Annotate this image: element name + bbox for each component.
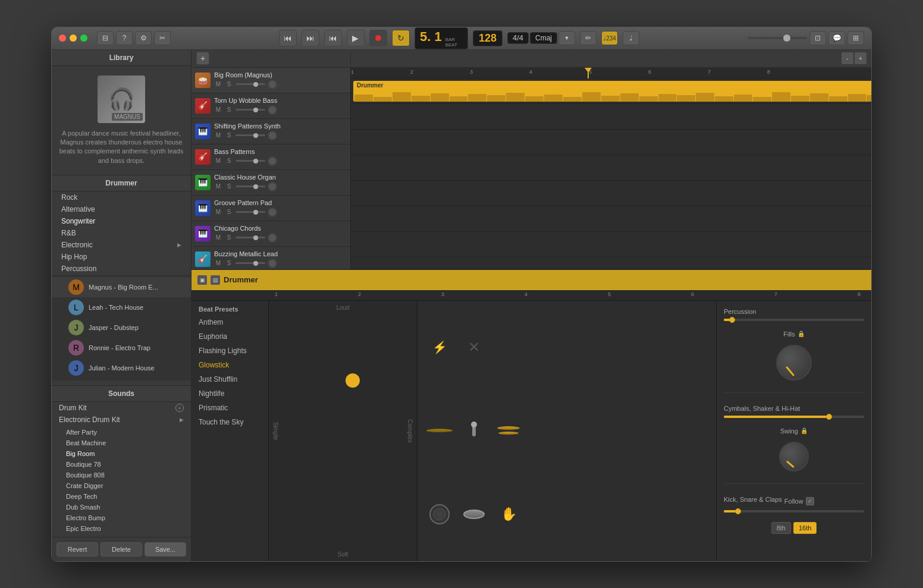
cymbals-slider[interactable]	[724, 416, 864, 418]
timeline-tracks[interactable]: Drummer	[351, 78, 871, 269]
play-button[interactable]: ▶	[347, 30, 365, 46]
pad-circle[interactable]	[346, 373, 360, 388]
genre-percussion[interactable]: Percussion	[52, 263, 191, 275]
kick-slider[interactable]	[724, 510, 864, 512]
cycle-button[interactable]: ↻	[392, 30, 410, 46]
follow-checkbox[interactable]: ✓	[806, 497, 814, 505]
sound-big-room[interactable]: Big Room	[52, 448, 191, 459]
preset-flashing-lights[interactable]: Flashing Lights	[191, 344, 268, 358]
solo-2[interactable]: S	[225, 131, 233, 140]
genre-rock[interactable]: Rock	[52, 191, 191, 203]
scissors-button[interactable]: ✂	[154, 31, 171, 45]
fader-7[interactable]	[236, 262, 265, 264]
zoom-out-button[interactable]: -	[842, 52, 853, 64]
mute-3[interactable]: M	[214, 157, 222, 165]
zoom-in-button[interactable]: +	[855, 52, 867, 64]
solo-3[interactable]: S	[225, 157, 233, 165]
add-drum-kit-button[interactable]: +	[175, 404, 184, 412]
pan-4[interactable]	[268, 182, 277, 191]
drummer-region[interactable]: Drummer	[353, 81, 871, 102]
close-button[interactable]	[59, 34, 66, 42]
genre-alternative[interactable]: Alternative	[52, 203, 191, 215]
preset-touch-the-sky[interactable]: Touch the Sky	[191, 415, 268, 429]
pad-canvas[interactable]: Loud Soft Simple Complex	[269, 301, 417, 561]
fader-2[interactable]	[236, 134, 265, 136]
sound-electro-bump[interactable]: Electro Bump	[52, 512, 191, 523]
fills-lock-icon[interactable]: 🔒	[798, 331, 805, 337]
swing-knob[interactable]	[779, 442, 809, 471]
pan-6[interactable]	[268, 233, 277, 243]
fast-forward-button[interactable]: ⏭	[302, 30, 319, 46]
drummer-jasper[interactable]: J Jasper - Dubstep	[52, 317, 191, 338]
genre-electronic[interactable]: Electronic	[52, 239, 191, 251]
pan-5[interactable]	[268, 207, 277, 217]
pan-0[interactable]	[268, 80, 277, 89]
sixteenth-note-button[interactable]: 16th	[793, 522, 817, 534]
preset-just-shufflin[interactable]: Just Shufflin	[191, 372, 268, 386]
pan-3[interactable]	[268, 156, 277, 166]
key-dropdown[interactable]: ▼	[558, 31, 575, 45]
pencil-tool[interactable]: ✏	[580, 31, 597, 45]
track-groove-pad[interactable]: 🎹 Groove Pattern Pad M S	[191, 196, 350, 221]
help-button[interactable]: ?	[116, 31, 133, 45]
delete-button[interactable]: Delete	[101, 542, 142, 556]
percussion-slider[interactable]	[724, 319, 864, 321]
solo-7[interactable]: S	[225, 259, 233, 268]
position-display[interactable]: 5. 1 BAR BEAT	[415, 27, 468, 49]
mute-7[interactable]: M	[214, 259, 222, 268]
preset-nightlife[interactable]: Nightlife	[191, 386, 268, 401]
preset-euphoria[interactable]: Euphoria	[191, 329, 268, 344]
drummer-magnus[interactable]: M Magnus - Big Room E...	[52, 277, 191, 297]
drummer-leah[interactable]: L Leah - Tech House	[52, 297, 191, 317]
maximize-button[interactable]	[80, 34, 87, 42]
sound-boutique-78[interactable]: Boutique 78	[52, 459, 191, 470]
tempo-display[interactable]: 128	[473, 30, 503, 46]
drum-kit-category[interactable]: Drum Kit +	[52, 402, 191, 414]
pan-1[interactable]	[268, 105, 277, 115]
metronome-button[interactable]: ♩	[623, 31, 639, 45]
rewind-button[interactable]: ⏮	[279, 30, 297, 46]
pan-2[interactable]	[268, 131, 277, 140]
mute-4[interactable]: M	[214, 183, 222, 191]
fader-4[interactable]	[236, 185, 265, 187]
genre-rb[interactable]: R&B	[52, 227, 191, 239]
record-button[interactable]	[369, 30, 387, 46]
solo-0[interactable]: S	[225, 80, 233, 89]
settings-button[interactable]: ⚙	[135, 31, 152, 45]
preset-anthem[interactable]: Anthem	[191, 315, 268, 329]
solo-6[interactable]: S	[225, 234, 233, 242]
library-button[interactable]: ⊟	[97, 31, 114, 45]
eighth-note-button[interactable]: 8th	[771, 522, 791, 534]
save-button[interactable]: Save...	[145, 542, 186, 556]
fader-3[interactable]	[236, 160, 265, 162]
solo-4[interactable]: S	[225, 183, 233, 191]
fills-knob[interactable]	[776, 345, 812, 381]
genre-songwriter[interactable]: Songwriter	[52, 215, 191, 227]
sound-dub-smash[interactable]: Dub Smash	[52, 502, 191, 512]
solo-1[interactable]: S	[225, 106, 233, 114]
genre-hiphop[interactable]: Hip Hop	[52, 251, 191, 263]
mute-6[interactable]: M	[214, 234, 222, 242]
sound-beat-machine[interactable]: Beat Machine	[52, 438, 191, 448]
track-bass-patterns[interactable]: 🎸 Bass Patterns M S	[191, 144, 350, 170]
tuner-button[interactable]: ♩234	[601, 31, 618, 45]
minimize-button[interactable]	[70, 34, 77, 42]
preset-glowstick[interactable]: Glowstick	[191, 358, 268, 372]
add-track-button[interactable]: +	[196, 52, 209, 65]
timeline-ruler[interactable]: 1 2 3 4 5 6 7 8	[351, 68, 871, 78]
mute-2[interactable]: M	[214, 131, 222, 140]
fader-0[interactable]	[236, 83, 265, 85]
drummer-ronnie[interactable]: R Ronnie - Electro Trap	[52, 338, 191, 358]
drummer-julian[interactable]: J Julian - Modern House	[52, 358, 191, 378]
revert-button[interactable]: Revert	[56, 542, 98, 556]
solo-5[interactable]: S	[225, 208, 233, 216]
fader-5[interactable]	[236, 211, 265, 213]
volume-slider[interactable]	[748, 37, 807, 39]
sound-crate-digger[interactable]: Crate Digger	[52, 480, 191, 491]
preset-prismatic[interactable]: Prismatic	[191, 401, 268, 415]
sound-boutique-808[interactable]: Boutique 808	[52, 470, 191, 480]
fader-6[interactable]	[236, 237, 265, 238]
track-shifting-patterns[interactable]: 🎹 Shifting Patterns Synth M S	[191, 119, 350, 144]
track-chicago-chords[interactable]: 🎹 Chicago Chords M S	[191, 221, 350, 247]
skip-back-button[interactable]: ⏮	[324, 30, 342, 46]
